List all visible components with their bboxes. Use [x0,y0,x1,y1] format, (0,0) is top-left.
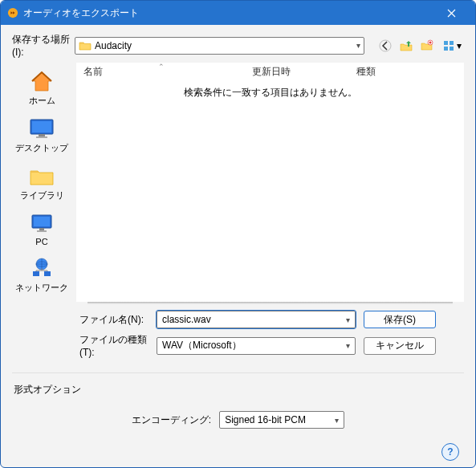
toolbar-icons: ▾ [377,38,464,54]
place-library[interactable]: ライブラリ [14,161,69,205]
svg-rect-14 [37,230,47,232]
place-label: ライブラリ [20,189,64,201]
file-list[interactable]: 名前 ⌃ 更新日時 種類 検索条件に一致する項目はありません。 [76,63,464,302]
svg-rect-9 [39,134,45,136]
titlebar: オーディオをエクスポート [1,1,475,25]
encoding-label: エンコーディング: [132,413,211,427]
export-audio-dialog: オーディオをエクスポート 保存する場所(I): Audacity ▾ [0,0,476,468]
location-row: 保存する場所(I): Audacity ▾ [12,33,464,58]
separator [12,372,464,373]
cancel-button[interactable]: キャンセル [364,337,436,355]
chevron-down-icon: ▾ [457,40,462,51]
filetype-label: ファイルの種類(T): [76,333,148,358]
folder-icon [79,39,92,52]
location-label: 保存する場所(I): [12,33,70,58]
filetype-value: WAV（Microsoft） [162,339,346,352]
desktop-icon [28,117,55,140]
encoding-row: エンコーディング: Signed 16-bit PCM ▾ [12,411,464,429]
list-shadow [87,302,453,304]
close-button[interactable] [433,1,469,25]
svg-rect-3 [444,41,448,45]
home-icon [29,70,55,92]
location-value: Audacity [95,40,353,51]
back-button[interactable] [377,38,393,54]
library-icon [28,165,55,187]
filetype-combo[interactable]: WAV（Microsoft） ▾ [157,337,356,355]
svg-rect-18 [44,271,51,276]
chevron-down-icon: ▾ [346,341,350,350]
pc-icon [28,212,55,234]
help-icon: ? [447,446,453,458]
svg-point-1 [380,40,391,51]
svg-rect-4 [450,41,454,45]
svg-rect-13 [39,228,44,230]
svg-rect-8 [32,121,51,132]
back-icon [379,39,392,52]
encoding-value: Signed 16-bit PCM [225,414,335,425]
place-desktop[interactable]: デスクトップ [14,113,69,157]
column-name[interactable]: 名前 ⌃ [77,63,246,80]
network-icon [28,257,55,279]
up-button[interactable] [398,38,414,54]
file-fields: ファイル名(N): classic.wav ▾ 保存(S) ファイルの種類(T)… [76,306,464,371]
save-button[interactable]: 保存(S) [364,311,436,328]
place-label: デスクトップ [15,142,68,154]
format-options-label: 形式オプション [14,383,464,397]
window-title: オーディオをエクスポート [23,6,433,20]
new-folder-button[interactable] [419,38,435,54]
filename-label: ファイル名(N): [76,313,148,327]
place-label: PC [35,237,47,246]
places-bar: ホーム デスクトップ ライブラリ [12,63,71,371]
chevron-down-icon: ▾ [346,315,350,324]
close-icon [447,9,456,18]
svg-rect-10 [36,136,47,138]
place-network[interactable]: ネットワーク [14,253,69,297]
svg-rect-12 [34,217,50,226]
chevron-down-icon: ▾ [335,416,339,425]
svg-rect-17 [33,271,39,276]
column-date[interactable]: 更新日時 [246,63,350,80]
sort-asc-icon: ⌃ [158,63,165,71]
new-folder-icon [421,39,433,52]
svg-rect-5 [444,47,448,51]
help-button[interactable]: ? [441,443,459,461]
app-icon [7,7,18,18]
view-icon [442,39,455,52]
place-pc[interactable]: PC [14,208,69,250]
view-menu-button[interactable]: ▾ [440,38,464,54]
filename-value: classic.wav [162,314,346,325]
place-label: ホーム [29,95,55,107]
location-combo[interactable]: Audacity ▾ [75,37,364,55]
chevron-down-icon: ▾ [356,41,360,50]
filename-input[interactable]: classic.wav ▾ [157,311,356,328]
place-label: ネットワーク [15,282,68,294]
svg-rect-6 [450,47,454,51]
footer: ? [12,429,464,467]
folder-up-icon [400,39,413,52]
empty-message: 検索条件に一致する項目はありません。 [77,81,463,301]
column-headers: 名前 ⌃ 更新日時 種類 [77,63,463,81]
dialog-body: 保存する場所(I): Audacity ▾ [1,25,475,467]
encoding-combo[interactable]: Signed 16-bit PCM ▾ [219,411,344,429]
place-home[interactable]: ホーム [14,66,69,110]
middle-area: ホーム デスクトップ ライブラリ [12,63,464,371]
column-type[interactable]: 種類 [350,63,414,80]
